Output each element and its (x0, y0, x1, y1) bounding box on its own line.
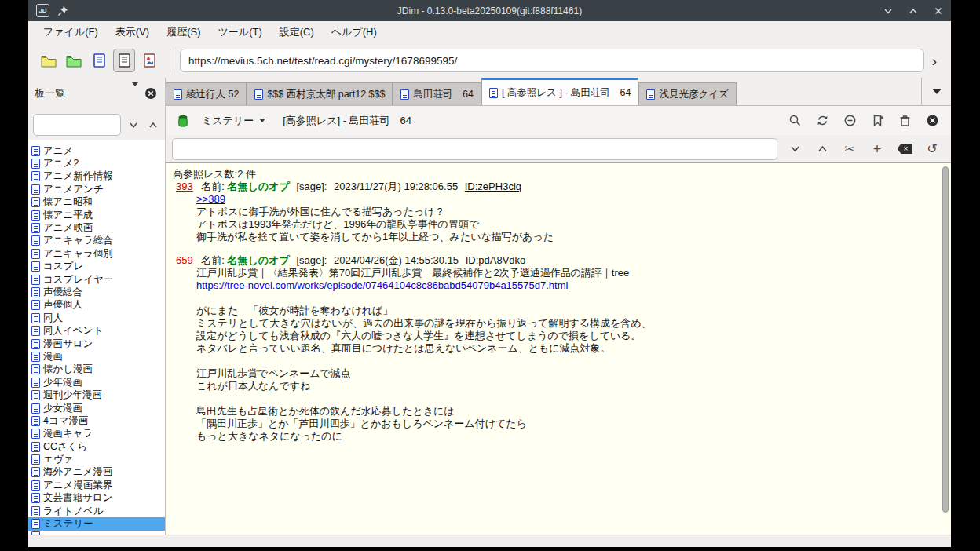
board-list-item[interactable]: アニメアンチ (28, 183, 165, 195)
thread-search-input[interactable] (172, 138, 777, 160)
post-author-name: 名無しのオプ (228, 254, 290, 266)
search-button[interactable] (787, 113, 803, 129)
board-list-item[interactable]: 声優総合 (28, 286, 165, 298)
post-id[interactable]: ID:zePH3ciq (465, 181, 521, 192)
board-list-item[interactable]: 漫画サロン (28, 338, 165, 350)
board-list-item[interactable]: 少女漫画 (28, 402, 165, 414)
thread-tab[interactable]: 浅見光彦クイズ (638, 82, 736, 105)
open-url-button[interactable]: › (924, 53, 940, 68)
board-list-button[interactable] (38, 49, 60, 72)
post-id[interactable]: ID:pdA8Vdko (466, 254, 526, 266)
board-list-item[interactable]: コスプレイヤー (28, 273, 165, 286)
undo-icon: ↺ (927, 143, 937, 155)
thread-view: 高参照レス数:2 件 393 名前: 名無しのオプ [sage]: 2023/1… (166, 162, 951, 535)
board-list-item[interactable]: 声優個人 (28, 299, 165, 312)
board-list-item[interactable]: 同人 (28, 312, 165, 324)
sidebar-dropdown-button[interactable] (132, 86, 138, 100)
board-list-item[interactable]: アニキャラ総合 (28, 235, 165, 247)
board-list-item[interactable]: 同人イベント (28, 324, 165, 337)
board-label: アニキャラ個別 (43, 247, 113, 261)
board-list-item[interactable]: ライトノベル (28, 505, 165, 517)
board-list-item[interactable]: 懐アニ平成 (28, 209, 165, 221)
board-list-item[interactable]: コスプレ (28, 261, 165, 273)
thread-view-button[interactable] (113, 49, 135, 72)
board-list-item[interactable]: 漫画キャラ (28, 428, 165, 440)
menu-item[interactable]: 表示(V) (107, 23, 158, 42)
board-label: 少年漫画 (43, 376, 82, 389)
extract-button[interactable]: ✂ (842, 141, 858, 157)
tab-document-icon (646, 89, 655, 100)
board-list-item[interactable]: CCさくら (28, 440, 165, 453)
board-list-item[interactable]: 漫画 (28, 350, 165, 363)
undo-button[interactable]: ↺ (924, 141, 940, 157)
add-button[interactable]: + (869, 141, 885, 157)
post-number-link[interactable]: 393 (176, 181, 193, 192)
sidebar-search-input[interactable] (33, 114, 121, 136)
close-tab-button[interactable] (924, 113, 940, 129)
backspace-icon: × (898, 144, 912, 154)
menu-item[interactable]: ヘルプ(H) (323, 23, 386, 42)
board-list-item[interactable]: 文芸書籍サロン (28, 492, 165, 505)
menu-item[interactable]: 設定(C) (271, 23, 323, 42)
write-post-button[interactable] (175, 113, 191, 129)
board-list-item[interactable]: アニメ漫画業界 (28, 479, 165, 491)
board-list-item[interactable]: 4コマ漫画 (28, 414, 165, 427)
search-up-button[interactable] (814, 141, 830, 157)
main-toolbar: › (28, 43, 951, 78)
url-input[interactable] (180, 49, 924, 72)
minimize-button[interactable] (883, 6, 893, 16)
board-list-item[interactable]: 懐かし漫画 (28, 363, 165, 376)
board-list-item[interactable]: アニメ新作情報 (28, 170, 165, 183)
board-list-item[interactable]: アニメ映画 (28, 221, 165, 234)
board-list-item[interactable]: アニキャラ個別 (28, 247, 165, 260)
post: 659 名前: 名無しのオプ [sage]: 2024/04/26(金) 14:… (176, 254, 940, 443)
board-select-dropdown[interactable]: ミステリー (199, 112, 269, 130)
tab-list-dropdown-button[interactable] (921, 78, 951, 105)
board-list-item[interactable]: 週刊少年漫画 (28, 389, 165, 401)
menu-item[interactable]: ファイル(F) (35, 23, 107, 42)
thread-tab[interactable]: [ 高参照レス ] - 島田荘司 64 (481, 78, 639, 105)
menu-item[interactable]: ツール(T) (210, 23, 271, 42)
close-window-button[interactable] (934, 6, 943, 16)
board-icon (31, 390, 40, 400)
image-view-button[interactable] (138, 49, 160, 72)
post-number-link[interactable]: 659 (176, 254, 193, 266)
board-label: 海外アニメ漫画 (43, 465, 112, 479)
sidebar-search-up-button[interactable] (146, 117, 160, 133)
favorites-button[interactable] (63, 49, 85, 72)
sidebar-board-list: 板一覧 アニメ (28, 78, 166, 535)
delete-button[interactable] (897, 113, 912, 129)
sidebar-search-down-button[interactable] (126, 117, 141, 133)
post-line: ミステリとして大きな穴はないが、過去の出来事の謎を現在から振り返って解明する構成… (196, 317, 940, 330)
post-header: 393 名前: 名無しのオプ [sage]: 2023/11/27(月) 19:… (176, 181, 940, 193)
stop-button[interactable] (842, 113, 858, 129)
maximize-button[interactable] (909, 6, 918, 16)
sidebar-close-button[interactable] (143, 86, 159, 101)
menu-item[interactable]: 履歴(S) (158, 23, 209, 42)
post-body: 江戸川乱歩賞｜〈結果発表〉第70回江戸川乱歩賞 最終候補作と2次予選通過作品の講… (176, 267, 940, 443)
bookmark-button[interactable] (869, 113, 885, 129)
board-list-item[interactable]: 海外アニメ漫画 (28, 466, 165, 479)
thread-tab[interactable]: $$$ 西村京太郎 part12 $$$ (247, 82, 393, 105)
board-list-item[interactable]: アニメ (28, 144, 165, 157)
board-list-item[interactable]: ミステリー (28, 517, 165, 530)
board-list-item[interactable]: 懐アニ昭和 (28, 196, 165, 209)
title-bar: JD JDim - 0.13.0-beta20250109(git:f888f1… (28, 0, 951, 21)
post-line: がにまた 「彼女が時計を奪わなければ」 (196, 305, 940, 317)
board-list-item[interactable]: アニメ2 (28, 157, 165, 170)
board-icon (31, 442, 40, 452)
content-scrollbar[interactable] (942, 165, 949, 533)
board-list-item[interactable]: エヴァ (28, 453, 165, 465)
thread-tab[interactable]: 綾辻行人 52 (166, 82, 247, 105)
thread-list-button[interactable] (88, 49, 110, 72)
board-icon (31, 416, 40, 426)
search-down-button[interactable] (787, 141, 803, 157)
scrollbar-thumb[interactable] (942, 166, 949, 513)
reload-button[interactable] (814, 113, 830, 129)
post-header: 659 名前: 名無しのオプ [sage]: 2024/04/26(金) 14:… (176, 254, 940, 267)
board-list-item[interactable]: 少年漫画 (28, 376, 165, 389)
clear-search-button[interactable]: × (897, 141, 912, 157)
board-label: アニメアンチ (43, 183, 104, 196)
board-icon (31, 146, 40, 156)
thread-tab[interactable]: 島田荘司 64 (393, 82, 481, 105)
